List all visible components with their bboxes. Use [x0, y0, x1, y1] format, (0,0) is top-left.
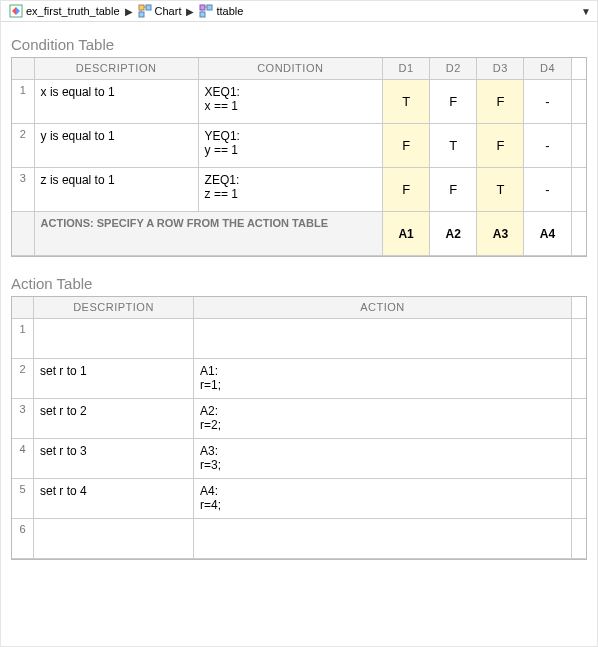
table-row: 1: [12, 319, 586, 359]
col-d1[interactable]: D1: [383, 58, 430, 80]
cell-decision[interactable]: T: [477, 168, 524, 212]
cell-condition[interactable]: YEQ1: y == 1: [199, 124, 384, 168]
cell-action[interactable]: A1: r=1;: [194, 359, 572, 399]
svg-rect-5: [139, 12, 144, 17]
cell-tail: [572, 439, 586, 479]
cell-description[interactable]: set r to 2: [34, 399, 194, 439]
cell-condition[interactable]: ZEQ1: z == 1: [199, 168, 384, 212]
cell-decision[interactable]: -: [524, 124, 571, 168]
cell-description[interactable]: [34, 319, 194, 359]
table-row: 1x is equal to 1XEQ1: x == 1TFF-: [12, 80, 586, 124]
col-d3[interactable]: D3: [477, 58, 524, 80]
cell-tail: [572, 519, 586, 559]
condition-table-panel: Condition Table DESCRIPTION CONDITION D1…: [1, 22, 597, 261]
cell-action-ref[interactable]: A3: [477, 212, 524, 256]
table-header-row: DESCRIPTION ACTION: [12, 297, 586, 319]
cell-decision[interactable]: F: [477, 124, 524, 168]
table-header-row: DESCRIPTION CONDITION D1 D2 D3 D4: [12, 58, 586, 80]
col-description[interactable]: DESCRIPTION: [35, 58, 199, 80]
cell-tail: [572, 80, 586, 124]
col-index: [12, 58, 35, 80]
cell-tail: [572, 212, 586, 256]
cell-description[interactable]: y is equal to 1: [35, 124, 199, 168]
cell-action-ref[interactable]: A1: [383, 212, 430, 256]
cell-decision[interactable]: -: [524, 80, 571, 124]
breadcrumb-dropdown[interactable]: ▼: [581, 6, 591, 17]
cell-decision[interactable]: F: [430, 80, 477, 124]
svg-rect-6: [200, 5, 205, 10]
breadcrumb-item-ttable[interactable]: ttable: [197, 3, 245, 19]
cell-description[interactable]: z is equal to 1: [35, 168, 199, 212]
cell-decision[interactable]: -: [524, 168, 571, 212]
model-icon: [9, 4, 23, 18]
cell-condition[interactable]: XEQ1: x == 1: [199, 80, 384, 124]
cell-action[interactable]: [194, 519, 572, 559]
col-tail: [572, 297, 586, 319]
action-table[interactable]: DESCRIPTION ACTION 12set r to 1A1: r=1;3…: [11, 296, 587, 560]
table-row: 5set r to 4A4: r=4;: [12, 479, 586, 519]
cell-decision[interactable]: T: [383, 80, 430, 124]
cell-description[interactable]: x is equal to 1: [35, 80, 199, 124]
col-d4[interactable]: D4: [524, 58, 571, 80]
actions-row: ACTIONS: SPECIFY A ROW FROM THE ACTION T…: [12, 212, 586, 256]
cell-decision[interactable]: T: [430, 124, 477, 168]
condition-table-title: Condition Table: [11, 36, 587, 53]
chevron-right-icon: ▶: [186, 6, 194, 17]
cell-action-ref[interactable]: A4: [524, 212, 571, 256]
row-index: 1: [12, 80, 35, 124]
svg-rect-7: [207, 5, 212, 10]
table-row: 2set r to 1A1: r=1;: [12, 359, 586, 399]
cell-decision[interactable]: F: [430, 168, 477, 212]
action-table-title: Action Table: [11, 275, 587, 292]
condition-table[interactable]: DESCRIPTION CONDITION D1 D2 D3 D4 1x is …: [11, 57, 587, 257]
cell-tail: [572, 168, 586, 212]
row-index: 4: [12, 439, 34, 479]
row-index: 3: [12, 399, 34, 439]
table-row: 3z is equal to 1ZEQ1: z == 1FFT-: [12, 168, 586, 212]
table-row: 4set r to 3A3: r=3;: [12, 439, 586, 479]
col-action[interactable]: ACTION: [194, 297, 572, 319]
col-condition[interactable]: CONDITION: [199, 58, 384, 80]
cell-description[interactable]: [34, 519, 194, 559]
row-index: 5: [12, 479, 34, 519]
cell-description[interactable]: set r to 4: [34, 479, 194, 519]
action-table-panel: Action Table DESCRIPTION ACTION 12set r …: [1, 261, 597, 564]
actions-label: ACTIONS: SPECIFY A ROW FROM THE ACTION T…: [35, 212, 384, 256]
svg-rect-8: [200, 12, 205, 17]
table-row: 2y is equal to 1YEQ1: y == 1FTF-: [12, 124, 586, 168]
col-d2[interactable]: D2: [430, 58, 477, 80]
col-index: [12, 297, 34, 319]
row-index: 2: [12, 359, 34, 399]
cell-tail: [572, 319, 586, 359]
cell-action-ref[interactable]: A2: [430, 212, 477, 256]
row-index: [12, 212, 35, 256]
cell-tail: [572, 399, 586, 439]
chart-icon: [138, 4, 152, 18]
breadcrumb-item-chart[interactable]: Chart: [136, 3, 184, 19]
cell-tail: [572, 124, 586, 168]
cell-description[interactable]: set r to 1: [34, 359, 194, 399]
row-index: 2: [12, 124, 35, 168]
svg-rect-4: [146, 5, 151, 10]
cell-action[interactable]: [194, 319, 572, 359]
cell-action[interactable]: A4: r=4;: [194, 479, 572, 519]
col-tail: [572, 58, 586, 80]
cell-description[interactable]: set r to 3: [34, 439, 194, 479]
row-index: 1: [12, 319, 34, 359]
cell-decision[interactable]: F: [383, 168, 430, 212]
row-index: 6: [12, 519, 34, 559]
table-row: 6: [12, 519, 586, 559]
breadcrumb-label: Chart: [155, 5, 182, 17]
cell-decision[interactable]: F: [477, 80, 524, 124]
cell-decision[interactable]: F: [383, 124, 430, 168]
ttable-icon: [199, 4, 213, 18]
breadcrumb-label: ex_first_truth_table: [26, 5, 120, 17]
row-index: 3: [12, 168, 35, 212]
cell-action[interactable]: A3: r=3;: [194, 439, 572, 479]
col-description[interactable]: DESCRIPTION: [34, 297, 194, 319]
breadcrumb-label: ttable: [216, 5, 243, 17]
cell-action[interactable]: A2: r=2;: [194, 399, 572, 439]
cell-tail: [572, 479, 586, 519]
table-row: 3set r to 2A2: r=2;: [12, 399, 586, 439]
breadcrumb-item-model[interactable]: ex_first_truth_table: [7, 3, 122, 19]
